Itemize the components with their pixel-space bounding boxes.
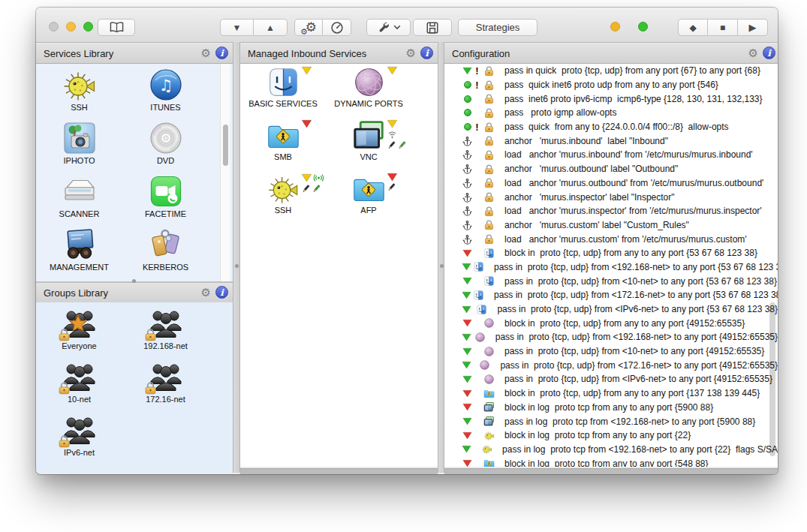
managed-service-item[interactable]: VNC [326,119,411,172]
gear-icon[interactable]: ⚙ [406,47,416,59]
managed-service-label: SSH [240,206,326,215]
zoom-button[interactable] [83,22,93,32]
minimize-button[interactable] [66,22,76,32]
config-rule-row[interactable]: load anchor 'murus.outbound' from '/etc/… [444,176,778,191]
anchor-icon [462,206,472,216]
green-triangle-marker [462,445,472,453]
info-button[interactable]: i [215,47,228,59]
finder-icon [483,248,495,259]
service-item[interactable]: KERBEROS [122,227,209,280]
horizontal-scrollbar[interactable] [444,468,778,474]
managed-service-label: AFP [326,206,411,215]
vertical-splitter[interactable] [233,42,240,473]
service-item[interactable]: ITUNES [122,67,209,120]
diamond-button[interactable]: ◆ [678,19,708,36]
config-rule-row[interactable]: block in log proto tcp from any to any p… [444,401,778,415]
services-scrollbar-track[interactable] [220,64,230,281]
group-item[interactable]: 172.16-net [122,359,209,412]
config-rule-row[interactable]: load anchor 'murus.inspector' from '/etc… [444,204,778,218]
pencil-green-icon [312,184,321,194]
network-globe-icon [483,317,495,329]
horizontal-scrollbar[interactable] [240,468,438,474]
config-rule-row[interactable]: block in proto {tcp, udp} from any to an… [444,316,778,330]
padlock-icon [143,328,158,341]
config-rule-row[interactable]: load anchor 'murus.inbound' from '/etc/m… [444,148,778,162]
rule-text: pass in proto {tcp, udp} from <172.16-ne… [500,360,778,371]
move-down-button[interactable]: ▼ [220,19,254,36]
network-globe-icon [483,374,495,385]
stop-button[interactable]: ■ [708,19,738,36]
config-rule-row[interactable]: pass proto igmp allow-opts [444,106,778,120]
service-item[interactable]: IPHOTO [36,120,122,173]
strategies-button[interactable]: Strategies [458,19,537,36]
anchor-marker [462,164,473,174]
group-item[interactable]: 10-net [36,359,122,412]
info-button[interactable]: i [763,47,775,59]
play-button[interactable]: ▶ [738,19,768,36]
config-rule-row[interactable]: pass in log proto tcp from <192.168-net>… [444,414,778,428]
config-rule-list: !pass in quick proto {tcp, udp} from any… [444,64,778,467]
config-rule-row[interactable]: pass in proto {tcp, udp} from <172.16-ne… [444,358,778,372]
config-rule-row[interactable]: anchor 'murus.inspector' label "Inspecto… [444,190,778,204]
monitor-button[interactable] [323,19,351,36]
config-rule-row[interactable]: pass in proto {tcp, udp} from <IPv6-net>… [444,302,778,317]
group-item[interactable]: 192.168-net [122,305,209,359]
library-book-button[interactable] [98,19,135,36]
info-button[interactable]: i [215,286,228,299]
managed-service-item[interactable]: SSH [240,172,326,225]
gear-icon[interactable]: ⚙ [201,286,211,299]
config-rule-row[interactable]: pass in proto {tcp, udp} from <10-net> t… [444,344,778,359]
rule-text: pass in log proto tcp from <192.168-net>… [504,416,755,427]
config-rule-row[interactable]: pass inet6 proto ipv6-icmp icmp6-type {1… [444,92,778,106]
red-triangle-marker [462,319,473,327]
config-rule-row[interactable]: anchor 'murus.inbound' label "Inbound" [444,134,778,148]
config-rule-row[interactable]: anchor 'murus.outbound' label "Outbound" [444,162,778,176]
titlebar[interactable]: ▼ ▲ ⚙⚙ Strategies ◆ ■ ▶ [36,8,778,43]
settings-button[interactable]: ⚙⚙ [294,19,323,36]
vertical-splitter[interactable] [438,42,444,473]
managed-service-item[interactable]: BASIC SERVICES [240,65,326,119]
splitter-handle-dot[interactable] [440,264,444,268]
yellow-triangle-icon [387,66,398,75]
managed-service-item[interactable]: SMB [240,119,326,172]
config-rule-row[interactable]: load anchor 'murus.custom' from '/etc/mu… [444,232,778,246]
padlock-icon [483,177,495,188]
service-item[interactable]: FACETIME [122,173,209,227]
config-rule-row[interactable]: block in proto {tcp, udp} from any to an… [444,386,778,401]
services-scrollbar-thumb[interactable] [223,125,228,166]
playback-segment: ◆ ■ ▶ [678,19,768,36]
splitter-handle-dot[interactable] [235,264,239,268]
config-rule-row[interactable]: !pass in quick proto {tcp, udp} from any… [444,64,778,78]
move-up-button[interactable]: ▲ [254,19,288,36]
managed-service-item[interactable]: AFP [326,172,411,225]
config-rule-row[interactable]: pass in proto {tcp, udp} from <IPv6-net>… [444,372,778,386]
config-rule-row[interactable]: pass in proto {tcp, udp} from <192.168-n… [444,260,778,275]
save-button[interactable] [413,19,452,36]
config-rule-row[interactable]: pass in proto {tcp, udp} from <192.168-n… [444,330,778,344]
close-button[interactable] [49,22,59,32]
stop-icon: ■ [720,23,725,32]
group-item[interactable]: IPv6-net [36,412,122,465]
gear-icon[interactable]: ⚙ [748,47,758,59]
tools-menu-button[interactable] [366,19,411,36]
group-item[interactable]: Everyone [36,305,122,359]
config-rule-row[interactable]: !pass quick inet6 proto udp from any to … [444,78,778,92]
config-rule-row[interactable]: !pass quick from any to {224.0.0.0/4 ff0… [444,120,778,134]
service-item[interactable]: DVD [122,120,209,173]
config-scrollbar-thumb[interactable] [769,302,775,456]
shared-folder-icon [352,172,386,206]
panel-title: Managed Inbound Services [248,48,366,59]
config-rule-row[interactable]: block in log proto tcp from any to any p… [444,428,778,443]
service-item[interactable]: SCANNER [36,173,122,227]
service-item[interactable]: SSH [36,67,122,120]
config-rule-row[interactable]: pass in log proto tcp from <192.168-net>… [444,443,778,457]
gear-icon[interactable]: ⚙ [201,47,211,59]
managed-service-item[interactable]: DYNAMIC PORTS [326,65,411,119]
service-item[interactable]: MANAGEMENT [36,227,122,280]
info-button[interactable]: i [420,47,433,59]
config-rule-row[interactable]: pass in proto {tcp, udp} from <172.16-ne… [444,288,778,302]
config-rule-row[interactable]: anchor 'murus.custom' label "Custom_Rule… [444,218,778,233]
config-rule-row[interactable]: block in log proto tcp from any to any p… [444,456,778,467]
config-rule-row[interactable]: block in proto {tcp, udp} from any to an… [444,246,778,260]
config-rule-row[interactable]: pass in proto {tcp, udp} from <10-net> t… [444,274,778,288]
